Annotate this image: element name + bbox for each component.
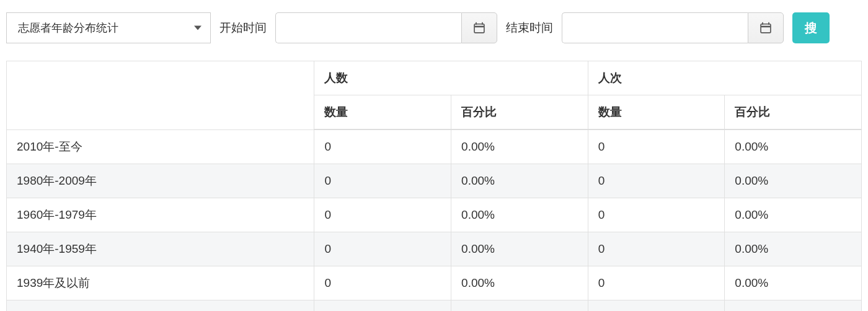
- table-row: 总计00.00%00.00%: [7, 300, 862, 311]
- start-time-input[interactable]: [275, 12, 461, 43]
- end-time-group: [562, 12, 784, 43]
- svg-rect-2: [474, 24, 484, 33]
- svg-rect-3: [475, 26, 484, 28]
- row-label: 2010年-至今: [7, 129, 314, 164]
- row-people-count: 0: [314, 232, 451, 266]
- table-row: 1939年及以前00.00%00.00%: [7, 266, 862, 300]
- col-subheader-people-count: 数量: [314, 95, 451, 130]
- end-time-label: 结束时间: [506, 20, 553, 36]
- table-row: 1980年-2009年00.00%00.00%: [7, 164, 862, 198]
- row-people-percent: 0.00%: [451, 164, 588, 198]
- row-visits-count: 0: [588, 232, 725, 266]
- col-header-visits: 人次: [588, 61, 861, 95]
- end-time-calendar-button[interactable]: [748, 12, 784, 43]
- row-label: 总计: [7, 300, 314, 311]
- row-people-count: 0: [314, 300, 451, 311]
- row-label: 1939年及以前: [7, 266, 314, 300]
- chevron-down-icon: [194, 26, 202, 30]
- row-people-count: 0: [314, 266, 451, 300]
- calendar-icon: [760, 22, 772, 34]
- row-visits-count: 0: [588, 129, 725, 164]
- end-time-input[interactable]: [562, 12, 748, 43]
- row-people-count: 0: [314, 198, 451, 232]
- row-label: 1960年-1979年: [7, 198, 314, 232]
- row-people-percent: 0.00%: [451, 300, 588, 311]
- start-time-label: 开始时间: [219, 20, 267, 36]
- report-type-select[interactable]: 志愿者年龄分布统计: [6, 12, 211, 43]
- row-visits-percent: 0.00%: [725, 164, 862, 198]
- start-time-calendar-button[interactable]: [461, 12, 497, 43]
- svg-rect-7: [761, 26, 771, 28]
- row-people-percent: 0.00%: [451, 198, 588, 232]
- stats-table: 人数 人次 数量 百分比 数量 百分比 2010年-至今00.00%00.00%…: [6, 61, 862, 311]
- row-people-count: 0: [314, 164, 451, 198]
- search-button[interactable]: 搜: [792, 12, 830, 43]
- col-subheader-people-percent: 百分比: [451, 95, 588, 130]
- calendar-icon: [473, 22, 485, 34]
- row-people-percent: 0.00%: [451, 129, 588, 164]
- row-visits-percent: 0.00%: [725, 300, 862, 311]
- row-visits-count: 0: [588, 300, 725, 311]
- col-header-people: 人数: [314, 61, 588, 95]
- row-people-count: 0: [314, 129, 451, 164]
- report-type-selected: 志愿者年龄分布统计: [18, 20, 118, 35]
- row-visits-count: 0: [588, 164, 725, 198]
- start-time-group: [275, 12, 497, 43]
- row-people-percent: 0.00%: [451, 232, 588, 266]
- svg-rect-6: [761, 24, 771, 33]
- row-visits-percent: 0.00%: [725, 232, 862, 266]
- table-row: 1960年-1979年00.00%00.00%: [7, 198, 862, 232]
- filter-bar: 志愿者年龄分布统计 开始时间 结束时间: [6, 12, 862, 43]
- row-people-percent: 0.00%: [451, 266, 588, 300]
- row-visits-count: 0: [588, 266, 725, 300]
- row-label: 1940年-1959年: [7, 232, 314, 266]
- col-subheader-visits-percent: 百分比: [725, 95, 862, 130]
- col-header-blank: [7, 61, 314, 130]
- row-visits-count: 0: [588, 198, 725, 232]
- row-visits-percent: 0.00%: [725, 266, 862, 300]
- table-row: 1940年-1959年00.00%00.00%: [7, 232, 862, 266]
- row-label: 1980年-2009年: [7, 164, 314, 198]
- row-visits-percent: 0.00%: [725, 198, 862, 232]
- row-visits-percent: 0.00%: [725, 129, 862, 164]
- col-subheader-visits-count: 数量: [588, 95, 725, 130]
- table-row: 2010年-至今00.00%00.00%: [7, 129, 862, 164]
